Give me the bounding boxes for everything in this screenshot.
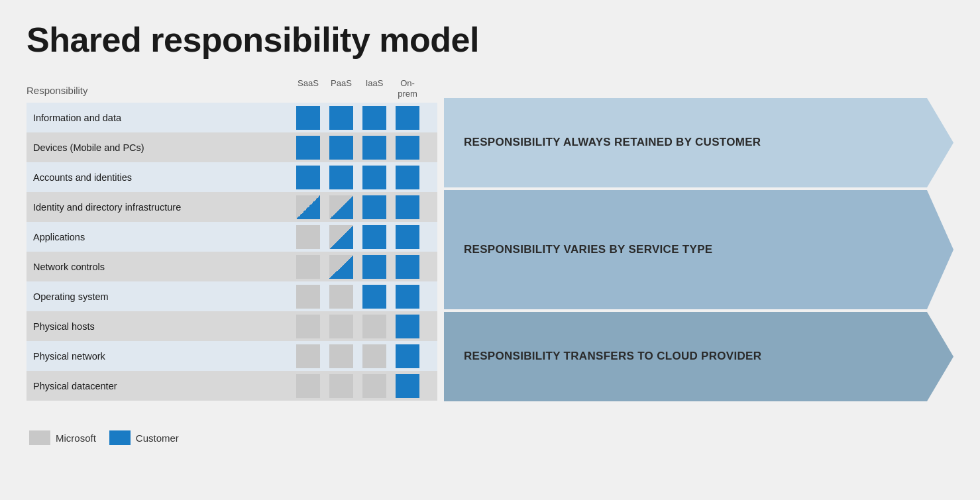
page-title: Shared responsibility model [27,20,953,60]
row-cells [292,132,424,162]
content-area: Responsibility SaaSPaaSIaaSOn-prem Infor… [27,78,953,423]
cell [391,341,424,371]
table-row: Network controls [27,252,437,281]
cell [325,222,358,252]
cell [391,222,424,252]
cell [325,341,358,371]
cell [391,132,424,162]
responsibility-col-header: Responsibility [27,85,292,99]
cell [391,281,424,311]
arrows-wrapper: RESPONSIBILITY ALWAYS RETAINED BY CUSTOM… [444,98,953,423]
cell-inner [329,285,353,309]
cell-inner [329,374,353,398]
cell-inner [362,344,386,368]
table-row: Accounts and identities [27,162,437,192]
cell [358,192,391,222]
cell [391,311,424,341]
table-row: Identity and directory infrastructure [27,192,437,222]
row-cells [292,252,424,281]
row-label: Physical hosts [27,321,292,332]
row-label: Physical network [27,351,292,362]
column-header: IaaS [358,78,391,99]
legend-label: Microsoft [56,432,96,444]
arrows-section: RESPONSIBILITY ALWAYS RETAINED BY CUSTOM… [444,78,953,423]
cell [391,103,424,132]
cell-inner [329,255,353,279]
row-label: Devices (Mobile and PCs) [27,142,292,153]
table-section: Responsibility SaaSPaaSIaaSOn-prem Infor… [27,78,437,423]
slide: Shared responsibility model Responsibili… [0,0,980,500]
arrow-3: RESPONSIBILITY TRANSFERS TO CLOUD PROVID… [444,312,953,401]
cell-inner [396,195,419,219]
cell [325,252,358,281]
cell-inner [296,225,320,249]
cell-inner [362,315,386,338]
cell-inner [329,195,353,219]
cell-inner [362,285,386,309]
cell-inner [396,344,419,368]
cell-inner [296,255,320,279]
cell [325,132,358,162]
table-rows: Information and dataDevices (Mobile and … [27,103,437,423]
row-label: Physical datacenter [27,381,292,391]
cell-inner [296,374,320,398]
cell [325,281,358,311]
row-cells [292,281,424,311]
cell-inner [396,285,419,309]
row-label: Network controls [27,262,292,272]
cell-inner [296,344,320,368]
arrow-2: RESPONSIBILITY VARIES BY SERVICE TYPE [444,190,953,309]
cell-inner [396,255,419,279]
column-headers: SaaSPaaSIaaSOn-prem [292,78,424,99]
table-row: Information and data [27,103,437,132]
cell [358,222,391,252]
cell [358,281,391,311]
legend-box [109,430,131,445]
cell [292,103,325,132]
row-label: Operating system [27,291,292,302]
cell-inner [396,106,419,130]
cell [325,103,358,132]
cell [325,311,358,341]
cell-inner [296,106,320,130]
cell [292,341,325,371]
column-header: PaaS [325,78,358,99]
cell-inner [362,106,386,130]
cell [292,222,325,252]
table-header: Responsibility SaaSPaaSIaaSOn-prem [27,78,437,103]
cell-inner [396,166,419,189]
row-label: Applications [27,232,292,242]
cell [391,162,424,192]
cell [391,192,424,222]
row-cells [292,341,424,371]
cell [292,132,325,162]
cell-inner [362,255,386,279]
table-row: Operating system [27,281,437,311]
cell [292,371,325,401]
cell [358,132,391,162]
cell [292,252,325,281]
cell [391,371,424,401]
cell-inner [329,106,353,130]
cell [292,162,325,192]
row-cells [292,311,424,341]
cell [325,192,358,222]
cell-inner [396,136,419,160]
row-cells [292,222,424,252]
legend-item: Microsoft [29,430,96,445]
legend-item: Customer [109,430,179,445]
arrow-1: RESPONSIBILITY ALWAYS RETAINED BY CUSTOM… [444,98,953,187]
cell-inner [396,374,419,398]
cell-inner [329,225,353,249]
cell [358,341,391,371]
arrow-label: RESPONSIBILITY TRANSFERS TO CLOUD PROVID… [464,349,761,364]
column-header: SaaS [292,78,325,99]
cell [391,252,424,281]
row-cells [292,192,424,222]
row-cells [292,103,424,132]
cell-inner [296,136,320,160]
cell-inner [329,136,353,160]
table-row: Physical datacenter [27,371,437,401]
cell-inner [296,315,320,338]
cell-inner [329,315,353,338]
